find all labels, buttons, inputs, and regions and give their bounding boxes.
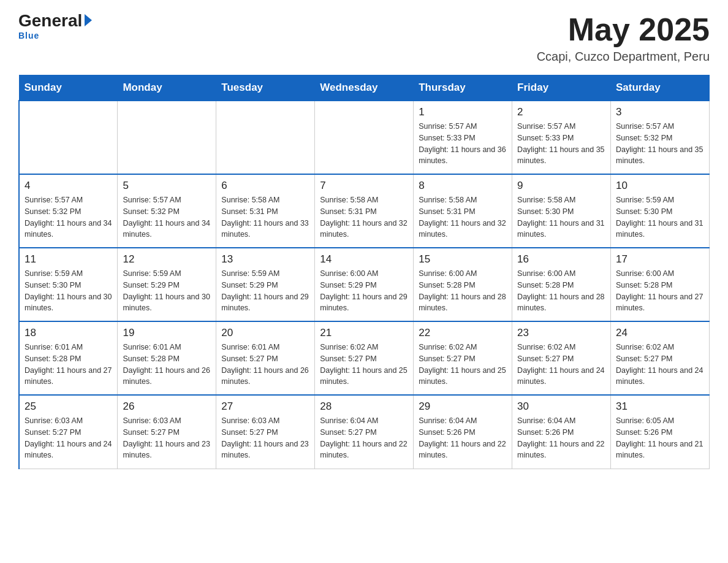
day-info: Sunrise: 6:00 AMSunset: 5:28 PMDaylight:… <box>419 268 507 314</box>
day-number: 16 <box>517 253 605 266</box>
day-info: Sunrise: 5:59 AMSunset: 5:30 PMDaylight:… <box>616 194 704 240</box>
day-info: Sunrise: 5:57 AMSunset: 5:32 PMDaylight:… <box>123 194 211 240</box>
calendar-cell <box>315 101 414 174</box>
day-number: 8 <box>419 180 507 192</box>
calendar-body: 1Sunrise: 5:57 AMSunset: 5:33 PMDaylight… <box>19 101 710 469</box>
logo-general-text: General <box>18 12 82 29</box>
day-info: Sunrise: 6:01 AMSunset: 5:27 PMDaylight:… <box>221 342 309 388</box>
day-info: Sunrise: 5:58 AMSunset: 5:30 PMDaylight:… <box>517 194 605 240</box>
calendar-cell: 1Sunrise: 5:57 AMSunset: 5:33 PMDaylight… <box>414 101 512 174</box>
day-info: Sunrise: 6:04 AMSunset: 5:27 PMDaylight:… <box>320 415 408 461</box>
calendar-cell: 13Sunrise: 5:59 AMSunset: 5:29 PMDayligh… <box>216 248 315 321</box>
day-number: 6 <box>221 180 309 192</box>
day-info: Sunrise: 6:01 AMSunset: 5:28 PMDaylight:… <box>123 342 211 388</box>
calendar-cell: 29Sunrise: 6:04 AMSunset: 5:26 PMDayligh… <box>414 395 512 469</box>
calendar-cell: 21Sunrise: 6:02 AMSunset: 5:27 PMDayligh… <box>315 321 414 395</box>
calendar-cell: 22Sunrise: 6:02 AMSunset: 5:27 PMDayligh… <box>414 321 512 395</box>
calendar-cell: 30Sunrise: 6:04 AMSunset: 5:26 PMDayligh… <box>512 395 611 469</box>
day-info: Sunrise: 6:00 AMSunset: 5:29 PMDaylight:… <box>320 268 408 314</box>
day-number: 4 <box>25 180 112 192</box>
month-title: May 2025 <box>537 12 710 47</box>
day-header-thursday: Thursday <box>414 75 512 101</box>
calendar-week-row: 11Sunrise: 5:59 AMSunset: 5:30 PMDayligh… <box>19 248 710 321</box>
day-number: 30 <box>517 400 605 413</box>
calendar-cell: 6Sunrise: 5:58 AMSunset: 5:31 PMDaylight… <box>216 174 315 248</box>
calendar-cell: 8Sunrise: 5:58 AMSunset: 5:31 PMDaylight… <box>414 174 512 248</box>
day-header-wednesday: Wednesday <box>315 75 414 101</box>
day-info: Sunrise: 6:04 AMSunset: 5:26 PMDaylight:… <box>419 415 507 461</box>
day-number: 5 <box>123 180 211 192</box>
calendar-cell: 3Sunrise: 5:57 AMSunset: 5:32 PMDaylight… <box>611 101 710 174</box>
calendar-cell: 23Sunrise: 6:02 AMSunset: 5:27 PMDayligh… <box>512 321 611 395</box>
day-number: 27 <box>221 400 309 413</box>
day-info: Sunrise: 6:04 AMSunset: 5:26 PMDaylight:… <box>517 415 605 461</box>
day-number: 21 <box>320 327 408 339</box>
calendar-cell: 18Sunrise: 6:01 AMSunset: 5:28 PMDayligh… <box>19 321 118 395</box>
day-info: Sunrise: 6:03 AMSunset: 5:27 PMDaylight:… <box>25 415 112 461</box>
calendar-cell: 7Sunrise: 5:58 AMSunset: 5:31 PMDaylight… <box>315 174 414 248</box>
day-info: Sunrise: 5:59 AMSunset: 5:29 PMDaylight:… <box>123 268 211 314</box>
calendar-cell: 31Sunrise: 6:05 AMSunset: 5:26 PMDayligh… <box>611 395 710 469</box>
day-info: Sunrise: 6:02 AMSunset: 5:27 PMDaylight:… <box>517 342 605 388</box>
day-header-tuesday: Tuesday <box>216 75 315 101</box>
day-number: 12 <box>123 253 211 266</box>
day-number: 3 <box>616 106 704 118</box>
day-number: 28 <box>320 400 408 413</box>
page-header: General Blue May 2025 Ccapi, Cuzco Depar… <box>18 12 710 64</box>
location-title: Ccapi, Cuzco Department, Peru <box>537 50 710 64</box>
day-number: 17 <box>616 253 704 266</box>
day-number: 18 <box>25 327 112 339</box>
day-number: 20 <box>221 327 309 339</box>
calendar-week-row: 4Sunrise: 5:57 AMSunset: 5:32 PMDaylight… <box>19 174 710 248</box>
day-number: 19 <box>123 327 211 339</box>
calendar-cell: 25Sunrise: 6:03 AMSunset: 5:27 PMDayligh… <box>19 395 118 469</box>
day-number: 15 <box>419 253 507 266</box>
day-number: 7 <box>320 180 408 192</box>
calendar-cell <box>19 101 118 174</box>
logo-blue-text: Blue <box>18 31 39 40</box>
calendar-cell: 2Sunrise: 5:57 AMSunset: 5:33 PMDaylight… <box>512 101 611 174</box>
calendar-week-row: 25Sunrise: 6:03 AMSunset: 5:27 PMDayligh… <box>19 395 710 469</box>
day-info: Sunrise: 6:02 AMSunset: 5:27 PMDaylight:… <box>320 342 408 388</box>
calendar-cell <box>216 101 315 174</box>
day-info: Sunrise: 6:01 AMSunset: 5:28 PMDaylight:… <box>25 342 112 388</box>
day-number: 13 <box>221 253 309 266</box>
calendar-header: SundayMondayTuesdayWednesdayThursdayFrid… <box>19 75 710 101</box>
day-number: 26 <box>123 400 211 413</box>
day-info: Sunrise: 5:57 AMSunset: 5:32 PMDaylight:… <box>25 194 112 240</box>
day-number: 11 <box>25 253 112 266</box>
day-info: Sunrise: 6:05 AMSunset: 5:26 PMDaylight:… <box>616 415 704 461</box>
day-info: Sunrise: 5:57 AMSunset: 5:33 PMDaylight:… <box>419 121 507 167</box>
day-number: 14 <box>320 253 408 266</box>
calendar-cell: 10Sunrise: 5:59 AMSunset: 5:30 PMDayligh… <box>611 174 710 248</box>
calendar-cell: 26Sunrise: 6:03 AMSunset: 5:27 PMDayligh… <box>118 395 216 469</box>
calendar-cell: 4Sunrise: 5:57 AMSunset: 5:32 PMDaylight… <box>19 174 118 248</box>
calendar-cell: 5Sunrise: 5:57 AMSunset: 5:32 PMDaylight… <box>118 174 216 248</box>
calendar-cell: 9Sunrise: 5:58 AMSunset: 5:30 PMDaylight… <box>512 174 611 248</box>
calendar-cell: 14Sunrise: 6:00 AMSunset: 5:29 PMDayligh… <box>315 248 414 321</box>
day-info: Sunrise: 5:58 AMSunset: 5:31 PMDaylight:… <box>320 194 408 240</box>
calendar-cell: 20Sunrise: 6:01 AMSunset: 5:27 PMDayligh… <box>216 321 315 395</box>
day-info: Sunrise: 5:59 AMSunset: 5:30 PMDaylight:… <box>25 268 112 314</box>
calendar-table: SundayMondayTuesdayWednesdayThursdayFrid… <box>18 75 710 469</box>
day-number: 10 <box>616 180 704 192</box>
day-info: Sunrise: 5:58 AMSunset: 5:31 PMDaylight:… <box>419 194 507 240</box>
calendar-cell: 19Sunrise: 6:01 AMSunset: 5:28 PMDayligh… <box>118 321 216 395</box>
calendar-cell: 11Sunrise: 5:59 AMSunset: 5:30 PMDayligh… <box>19 248 118 321</box>
day-number: 25 <box>25 400 112 413</box>
calendar-cell: 12Sunrise: 5:59 AMSunset: 5:29 PMDayligh… <box>118 248 216 321</box>
day-info: Sunrise: 5:57 AMSunset: 5:33 PMDaylight:… <box>517 121 605 167</box>
day-info: Sunrise: 5:58 AMSunset: 5:31 PMDaylight:… <box>221 194 309 240</box>
logo: General Blue <box>18 12 92 40</box>
day-header-monday: Monday <box>118 75 216 101</box>
day-number: 9 <box>517 180 605 192</box>
day-number: 24 <box>616 327 704 339</box>
day-number: 2 <box>517 106 605 118</box>
day-number: 1 <box>419 106 507 118</box>
calendar-cell: 17Sunrise: 6:00 AMSunset: 5:28 PMDayligh… <box>611 248 710 321</box>
day-number: 31 <box>616 400 704 413</box>
day-info: Sunrise: 6:00 AMSunset: 5:28 PMDaylight:… <box>616 268 704 314</box>
day-number: 22 <box>419 327 507 339</box>
calendar-cell: 28Sunrise: 6:04 AMSunset: 5:27 PMDayligh… <box>315 395 414 469</box>
calendar-cell <box>118 101 216 174</box>
